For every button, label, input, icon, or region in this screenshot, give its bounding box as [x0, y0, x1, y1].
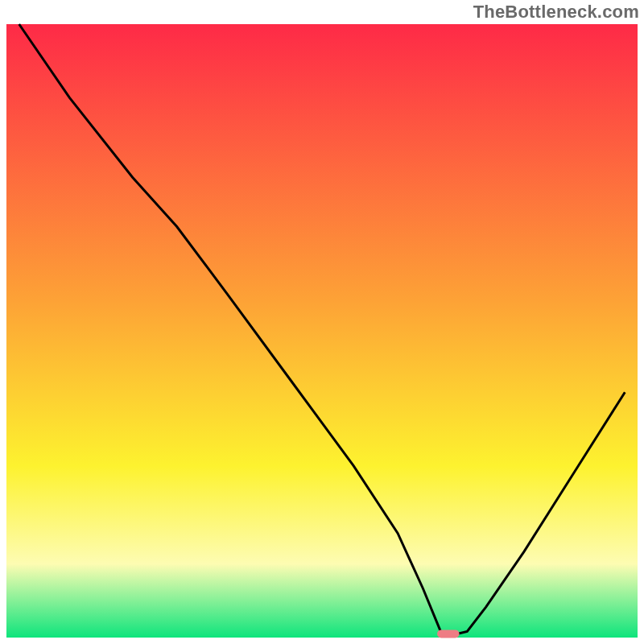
bottleneck-chart: TheBottleneck.com — [0, 0, 644, 644]
chart-svg — [0, 0, 644, 644]
watermark-text: TheBottleneck.com — [473, 2, 639, 23]
plot-background — [6, 24, 638, 638]
optimum-marker — [437, 630, 459, 638]
plot-area — [6, 24, 638, 638]
